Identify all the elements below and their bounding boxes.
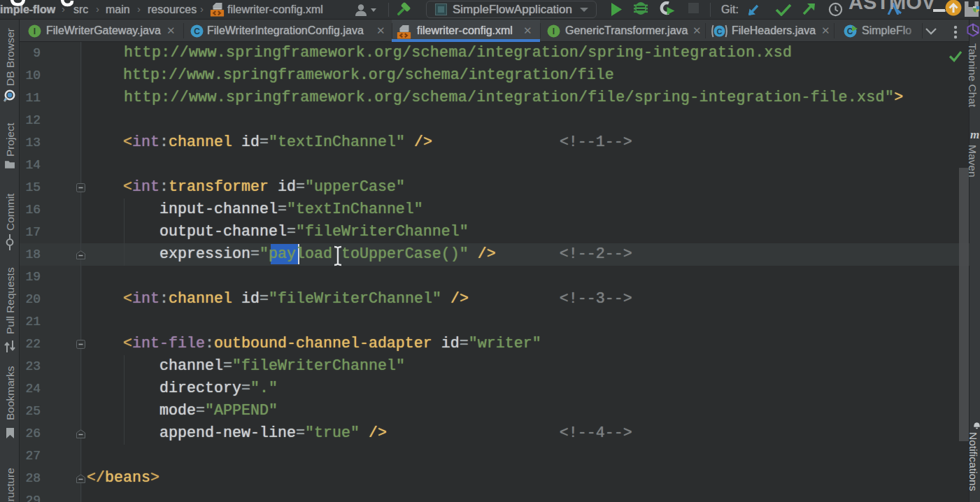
svg-text:I: I (553, 27, 555, 36)
svg-text:I: I (34, 27, 36, 36)
svg-text:C: C (717, 27, 723, 36)
svg-text:C: C (194, 27, 200, 36)
